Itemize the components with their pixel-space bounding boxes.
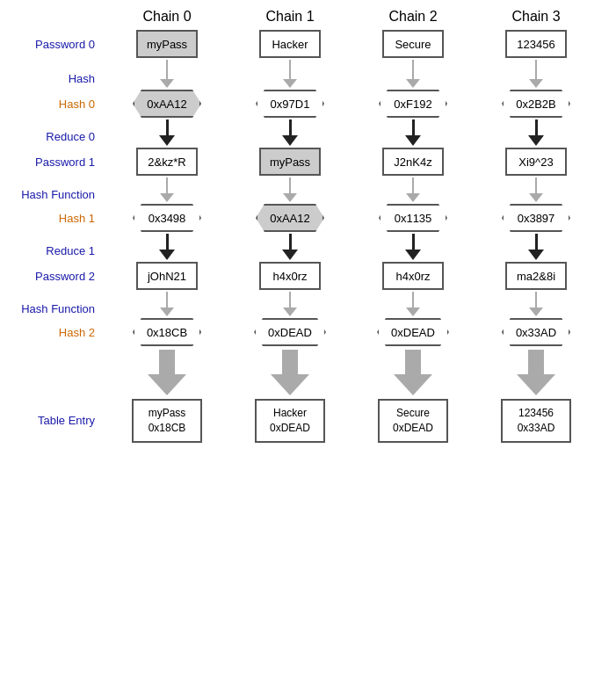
shaft [289, 60, 291, 79]
tableentry-label: Table Entry [0, 414, 105, 427]
arrow-1-c1 [228, 60, 351, 88]
shaft [412, 177, 414, 193]
shaft [289, 234, 292, 250]
cell-p0-c3: 123456 [475, 30, 598, 58]
arrow-down-light-3 [529, 60, 543, 88]
password0-cells: myPass Hacker Secure 123456 [105, 30, 616, 58]
password1-cells: 2&kz*R myPass J2nK4z Xi9^23 [105, 148, 616, 176]
arrow-down-light-1 [283, 60, 297, 88]
hashfunc2-label: Hash Function [0, 292, 105, 315]
hash1-cells: 0x3498 0xAA12 0x1135 0x3897 [105, 204, 616, 232]
cell-te-c0: myPass 0x18CB [105, 399, 228, 443]
arrowhead [160, 193, 174, 202]
arrowhead [283, 308, 297, 316]
reduce0-arrow-row: Reduce 0 [0, 119, 616, 146]
dark-arrow-row-0 [105, 119, 616, 146]
arrowhead [406, 308, 420, 316]
password2-label: Password 2 [0, 270, 105, 283]
col-header-label-2: Chain 2 [388, 9, 437, 25]
box-h1-c1: 0xAA12 [256, 204, 324, 232]
larrow2-c3 [475, 177, 598, 202]
cell-p1-c2: J2nK4z [351, 148, 475, 176]
col-header-label-0: Chain 0 [142, 9, 191, 25]
cell-p1-c3: Xi9^23 [475, 148, 598, 176]
box-p2-c2: h4x0rz [382, 262, 444, 290]
cell-p2-c1: h4x0rz [228, 262, 351, 290]
shaft [528, 350, 544, 374]
cell-p0-c2: Secure [351, 30, 475, 58]
password2-cells: jOhN21 h4x0rz h4x0rz ma2&8i [105, 262, 616, 290]
col-header-label-3: Chain 3 [511, 9, 560, 25]
cell-p2-c2: h4x0rz [351, 262, 475, 290]
password0-row: Password 0 myPass Hacker Secure 123456 [0, 30, 616, 58]
box-h2-c3: 0x33AD [502, 318, 570, 346]
col-header-1: Chain 1 [228, 9, 351, 25]
arrowhead [405, 135, 421, 146]
arrowhead [394, 374, 432, 395]
table-entry-cells: myPass 0x18CB Hacker 0xDEAD Secure 0xDEA… [105, 399, 616, 443]
password2-row: Password 2 jOhN21 h4x0rz h4x0rz ma2&8i [0, 262, 616, 290]
box-p1-c0: 2&kz*R [136, 148, 198, 176]
arrow-dark-3 [528, 119, 544, 146]
hash0-label: Hash 0 [0, 98, 105, 111]
cell-h0-c2: 0xF192 [351, 90, 475, 118]
table-entry-c1: Hacker 0xDEAD [255, 399, 325, 443]
table-entry-c3: 123456 0x33AD [501, 399, 571, 443]
table-entry-c2: Secure 0xDEAD [378, 399, 448, 443]
password0-label: Password 0 [0, 38, 105, 51]
box-h2-c0: 0x18CB [133, 318, 201, 346]
arrowhead [406, 79, 420, 88]
arrow-dark-1 [282, 119, 298, 146]
box-p0-c1: Hacker [259, 30, 321, 58]
big-arrow-row [0, 350, 616, 395]
shaft [166, 292, 168, 308]
arrowhead [529, 193, 543, 202]
arrow-hash-label-row: Hash [0, 60, 616, 88]
box-h0-c2: 0xF192 [379, 90, 447, 118]
cell-h2-c1: 0xDEAD [228, 318, 351, 346]
shaft [166, 234, 169, 250]
arrowhead [160, 308, 174, 316]
diagram-container: Chain 0 Chain 1 Chain 2 Chain 3 Password… [0, 9, 616, 443]
box-h1-c2: 0x1135 [379, 204, 447, 232]
password1-label: Password 1 [0, 156, 105, 169]
shaft [289, 292, 291, 308]
cell-h1-c1: 0xAA12 [228, 204, 351, 232]
cell-h0-c1: 0x97D1 [228, 90, 351, 118]
shaft [412, 234, 415, 250]
shaft [405, 350, 421, 374]
shaft [535, 177, 537, 193]
arrowhead [528, 135, 544, 146]
arrowhead [529, 79, 543, 88]
big-arrow-3 [517, 350, 555, 395]
column-headers-row: Chain 0 Chain 1 Chain 2 Chain 3 [0, 9, 616, 25]
arrowhead [282, 250, 298, 260]
arrow-1-c3 [475, 60, 598, 88]
hash0-row: Hash 0 0xAA12 0x97D1 0xF192 0x2B2B [0, 90, 616, 118]
password1-row: Password 1 2&kz*R myPass J2nK4z Xi9^23 [0, 148, 616, 176]
cell-te-c2: Secure 0xDEAD [351, 399, 475, 443]
box-p2-c1: h4x0rz [259, 262, 321, 290]
arrowhead [282, 135, 298, 146]
box-p0-c0: myPass [136, 30, 198, 58]
hashfunc1-arrow-row: Hash Function [0, 177, 616, 202]
shaft [412, 60, 414, 79]
box-p1-c3: Xi9^23 [505, 148, 567, 176]
shaft [535, 119, 538, 135]
arrow-dark-0 [159, 119, 175, 146]
larrow2-c1 [228, 177, 351, 202]
big-arrow-2 [394, 350, 432, 395]
reduce1-arrow-row: Reduce 1 [0, 234, 616, 260]
cell-h2-c0: 0x18CB [105, 318, 228, 346]
arrow-dark-2 [405, 119, 421, 146]
box-p1-c1: myPass [259, 148, 321, 176]
box-h0-c3: 0x2B2B [502, 90, 570, 118]
cell-p1-c1: myPass [228, 148, 351, 176]
col-header-label-1: Chain 1 [265, 9, 314, 25]
box-h0-c0: 0xAA12 [133, 90, 201, 118]
column-headers: Chain 0 Chain 1 Chain 2 Chain 3 [105, 9, 616, 25]
cell-p2-c3: ma2&8i [475, 262, 598, 290]
shaft [289, 177, 291, 193]
box-h2-c2: 0xDEAD [377, 318, 449, 346]
arrowhead [148, 374, 186, 395]
